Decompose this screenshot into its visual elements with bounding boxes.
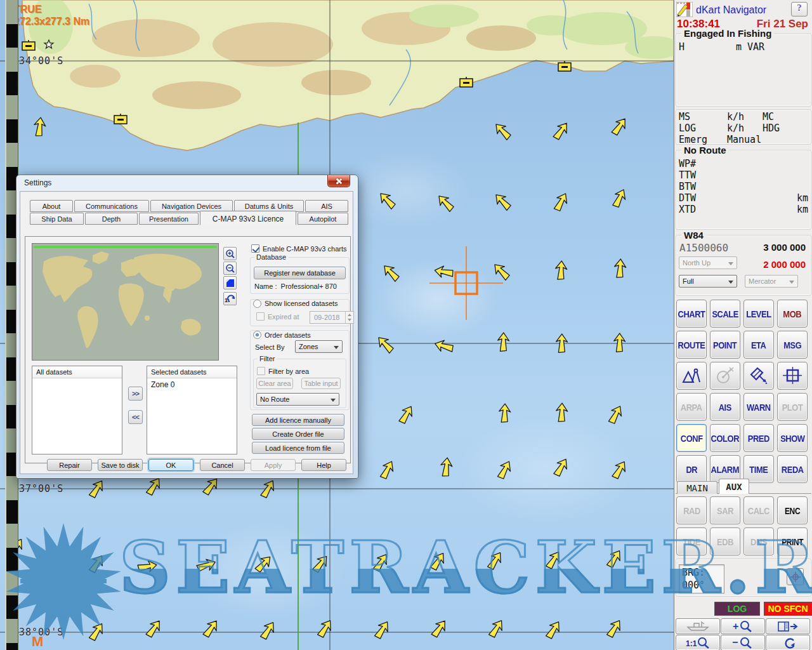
button-show[interactable]: SHOW (777, 424, 808, 452)
ship-button[interactable] (676, 618, 720, 634)
bearing-crosshair-button[interactable] (787, 568, 804, 585)
button-enc[interactable]: ENC (777, 496, 808, 524)
button-scale[interactable]: SCALE (710, 300, 740, 328)
button-edb[interactable]: EDB (710, 527, 740, 555)
tab-presentation[interactable]: Presentation (139, 213, 199, 225)
button-level[interactable]: LEVEL (743, 300, 774, 328)
current-arrow (200, 475, 221, 497)
preview-zoom-out-icon[interactable] (223, 262, 237, 275)
button-pred[interactable]: PRED (743, 424, 774, 452)
bearing-circle-icon-button[interactable] (710, 362, 740, 390)
tab-about[interactable]: About (30, 200, 73, 212)
zoom-out-button[interactable]: − (721, 635, 765, 650)
tab-ais[interactable]: AIS (305, 200, 348, 212)
orientation-combo[interactable]: North Up (679, 256, 737, 269)
button-route[interactable]: ROUTE (676, 331, 707, 359)
current-arrow (143, 618, 164, 639)
table-input-button[interactable]: Table input (301, 378, 341, 389)
clear-area-button[interactable]: Clear area (256, 378, 293, 389)
all-datasets-list[interactable]: All datasets (32, 366, 122, 454)
preview-reset-scale-icon[interactable]: 1: (223, 292, 237, 305)
current-arrow (610, 459, 629, 481)
button-warn[interactable]: WARN (743, 393, 774, 421)
cancel-button[interactable]: Cancel (200, 459, 245, 471)
display-mode-combo[interactable]: Full (679, 275, 737, 288)
tab-communications[interactable]: Communications (74, 200, 149, 212)
list-item[interactable]: Zone 0 (147, 378, 237, 389)
button-tide[interactable]: TIDE (676, 527, 707, 555)
undo-icon (778, 637, 797, 649)
button-calc[interactable]: CALC (743, 496, 774, 524)
current-arrow (144, 475, 164, 497)
button-sar[interactable]: SAR (710, 496, 740, 524)
route-filter-combo[interactable]: No Route (256, 393, 339, 406)
button-mob[interactable]: MOB (777, 300, 808, 328)
filter-by-area-checkbox[interactable] (257, 367, 265, 375)
one-to-one-button[interactable]: 1:1 (676, 635, 720, 650)
add-licence-manually-button[interactable]: Add licence manually (252, 414, 344, 426)
harbor-marker[interactable] (460, 77, 473, 87)
button-rad[interactable]: RAD (676, 496, 707, 524)
current-arrow (434, 265, 455, 280)
preview-full-extent-icon[interactable] (223, 276, 237, 289)
button-ais[interactable]: AIS (710, 393, 740, 421)
button-point[interactable]: POINT (710, 331, 740, 359)
undo-button[interactable] (766, 635, 810, 650)
order-datasets-radio[interactable] (253, 331, 261, 339)
help-button[interactable]: ? (791, 2, 808, 17)
grid-square-icon-button[interactable] (777, 362, 808, 390)
register-new-database-button[interactable]: Register new database (254, 267, 346, 279)
tab-autopilot[interactable]: Autopilot (298, 213, 348, 225)
create-order-file-button[interactable]: Create Order file (252, 428, 344, 440)
button-dns[interactable]: DNS (743, 527, 774, 555)
move-left-button[interactable]: << (128, 410, 143, 424)
close-icon[interactable] (327, 175, 350, 187)
save-to-disk-button[interactable]: Save to disk (98, 459, 143, 471)
tab-depth[interactable]: Depth (85, 213, 138, 225)
expired-at-checkbox[interactable] (256, 312, 265, 321)
pencil-star-icon (748, 366, 769, 385)
button-plot[interactable]: PLOT (777, 393, 808, 421)
load-licence-from-file-button[interactable]: Load licence from file (252, 442, 344, 454)
move-right-button[interactable]: >> (128, 387, 143, 401)
datum-group: W84 A1500060 3 000 000 North Up 2 000 00… (676, 235, 811, 296)
repair-button[interactable]: Repair (47, 459, 92, 471)
pencil-star-icon-button[interactable] (743, 362, 774, 390)
dividers-icon-button[interactable] (676, 362, 707, 390)
panel-right-button[interactable] (766, 618, 810, 634)
harbor-marker[interactable] (22, 40, 35, 50)
instrument-panel: dKart Navigator ? 10:38:41 Fri 21 Sep En… (674, 0, 812, 650)
tab-ship-data[interactable]: Ship Data (30, 213, 84, 225)
harbor-marker[interactable] (558, 61, 571, 71)
apply-button[interactable]: Apply (251, 459, 296, 471)
sensor-row: EmergManual (676, 134, 811, 145)
current-arrow (396, 404, 416, 426)
button-color[interactable]: COLOR (710, 424, 740, 452)
tab-page-cmap-licence: 1: Enable C-MAP 93v3 charts Database Reg… (25, 236, 351, 463)
enable-cmap-checkbox[interactable] (251, 244, 259, 253)
tab-aux[interactable]: AUX (719, 479, 749, 494)
ok-button[interactable]: OK (148, 459, 193, 471)
selected-datasets-list[interactable]: Selected datasets Zone 0 (147, 366, 237, 454)
preview-zoom-in-icon[interactable] (223, 247, 237, 260)
settings-dialog: Settings AboutCommunicationsNavigation D… (16, 175, 358, 479)
button-msg[interactable]: MSG (777, 331, 808, 359)
expired-date-spinner[interactable]: 09-2018 (310, 311, 354, 324)
app-title: dKart Navigator (696, 4, 766, 16)
spinner-arrows-icon[interactable] (345, 312, 353, 323)
harbor-marker[interactable] (114, 114, 127, 124)
button-print[interactable]: PRINT (777, 527, 808, 555)
button-arpa[interactable]: ARPA (676, 393, 707, 421)
tab-main[interactable]: MAIN (677, 481, 717, 494)
zoom-in-button[interactable]: + (721, 618, 765, 634)
world-map-preview[interactable] (32, 243, 219, 361)
button-chart[interactable]: CHART (676, 300, 707, 328)
chevron-down-icon (728, 281, 733, 284)
show-licensed-radio[interactable] (253, 300, 261, 308)
select-by-combo[interactable]: Zones (295, 340, 343, 353)
button-eta[interactable]: ETA (743, 331, 774, 359)
projection-combo[interactable]: Mercator (745, 275, 798, 288)
button-conf[interactable]: CONF (676, 424, 707, 452)
help-button[interactable]: Help (301, 459, 346, 471)
tab-c-map-93v3-licence[interactable]: C-MAP 93v3 Licence (200, 211, 296, 225)
